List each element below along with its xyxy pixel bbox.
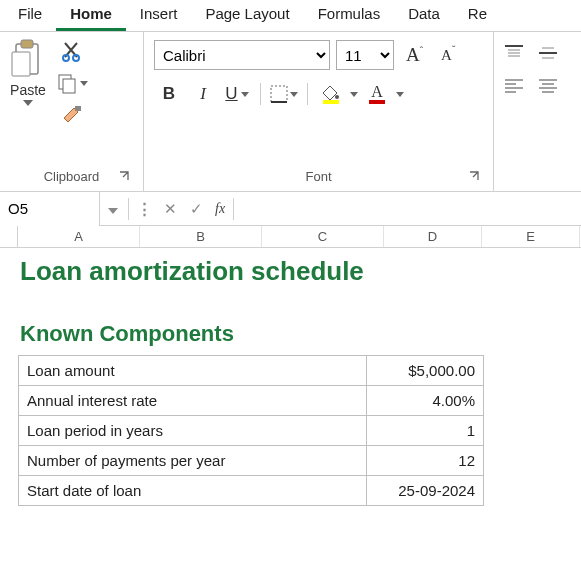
svg-rect-7 <box>75 106 81 111</box>
column-headers: A B C D E <box>0 226 581 248</box>
paste-dropdown[interactable] <box>23 100 33 106</box>
table-row[interactable]: Start date of loan25-09-2024 <box>19 476 484 506</box>
group-font: Calibri 11 Aˆ Aˇ B I U <box>144 32 494 191</box>
cell-value[interactable]: 1 <box>367 416 484 446</box>
col-header-C[interactable]: C <box>262 226 384 247</box>
select-all-corner[interactable] <box>0 226 18 247</box>
formula-bar: ⋮ ✕ ✓ fx <box>0 192 581 226</box>
font-color-dropdown[interactable] <box>396 92 404 97</box>
svg-rect-8 <box>271 86 287 102</box>
enter-formula-icon[interactable]: ✓ <box>183 200 209 218</box>
tab-page-layout[interactable]: Page Layout <box>191 0 303 31</box>
format-painter-icon[interactable] <box>56 104 88 128</box>
cell-label[interactable]: Annual interest rate <box>19 386 367 416</box>
clipboard-icon[interactable] <box>10 38 46 80</box>
group-clipboard: Paste Clipboard <box>0 32 144 191</box>
clipboard-dialog-launcher[interactable] <box>119 171 133 185</box>
font-color-button[interactable]: A <box>362 80 392 108</box>
separator <box>233 198 234 220</box>
font-size-select[interactable]: 11 <box>336 40 394 70</box>
group-label-font: Font <box>305 169 331 184</box>
borders-button[interactable] <box>269 80 299 108</box>
font-name-select[interactable]: Calibri <box>154 40 330 70</box>
namebox-dropdown[interactable] <box>100 200 126 217</box>
svg-rect-2 <box>12 52 30 76</box>
tab-data[interactable]: Data <box>394 0 454 31</box>
svg-rect-6 <box>63 79 75 93</box>
formula-dots[interactable]: ⋮ <box>131 200 157 218</box>
fill-color-button[interactable] <box>316 80 346 108</box>
col-header-B[interactable]: B <box>140 226 262 247</box>
cell-value[interactable]: $5,000.00 <box>367 356 484 386</box>
name-box[interactable] <box>0 192 100 226</box>
cell-label[interactable]: Number of payments per year <box>19 446 367 476</box>
col-header-A[interactable]: A <box>18 226 140 247</box>
formula-input[interactable] <box>236 193 581 225</box>
group-alignment <box>494 32 581 191</box>
cell-value[interactable]: 12 <box>367 446 484 476</box>
cell-label[interactable]: Start date of loan <box>19 476 367 506</box>
increase-font-size[interactable]: Aˆ <box>400 42 429 68</box>
align-middle-icon[interactable] <box>538 44 558 62</box>
svg-rect-1 <box>21 40 33 48</box>
cancel-formula-icon[interactable]: ✕ <box>157 200 183 218</box>
tab-insert[interactable]: Insert <box>126 0 192 31</box>
svg-point-4 <box>73 55 79 61</box>
decrease-font-size[interactable]: Aˇ <box>435 45 461 66</box>
align-left-icon[interactable] <box>504 78 524 94</box>
col-header-D[interactable]: D <box>384 226 482 247</box>
tab-formulas[interactable]: Formulas <box>304 0 395 31</box>
copy-icon[interactable] <box>56 72 88 94</box>
svg-point-3 <box>63 55 69 61</box>
fill-color-dropdown[interactable] <box>350 92 358 97</box>
italic-button[interactable]: I <box>188 80 218 108</box>
tab-home[interactable]: Home <box>56 0 126 31</box>
font-dialog-launcher[interactable] <box>469 171 483 185</box>
worksheet[interactable]: Loan amortization schedule Known Compone… <box>0 248 581 506</box>
section-heading: Known Components <box>18 305 581 355</box>
align-top-icon[interactable] <box>504 44 524 62</box>
ribbon-tabs: File Home Insert Page Layout Formulas Da… <box>0 0 581 32</box>
col-header-E[interactable]: E <box>482 226 580 247</box>
separator <box>128 198 129 220</box>
table-row[interactable]: Loan amount$5,000.00 <box>19 356 484 386</box>
tab-file[interactable]: File <box>4 0 56 31</box>
underline-button[interactable]: U <box>222 80 252 108</box>
cell-label[interactable]: Loan period in years <box>19 416 367 446</box>
paste-label[interactable]: Paste <box>10 82 46 98</box>
cell-label[interactable]: Loan amount <box>19 356 367 386</box>
table-row[interactable]: Annual interest rate4.00% <box>19 386 484 416</box>
cut-icon[interactable] <box>56 40 88 62</box>
known-components-table: Loan amount$5,000.00 Annual interest rat… <box>18 355 484 506</box>
ribbon: Paste Clipboard <box>0 32 581 192</box>
cell-value[interactable]: 25-09-2024 <box>367 476 484 506</box>
table-row[interactable]: Number of payments per year12 <box>19 446 484 476</box>
tab-review[interactable]: Re <box>454 0 501 31</box>
svg-point-10 <box>335 95 339 99</box>
fx-icon[interactable]: fx <box>215 201 225 217</box>
separator <box>307 83 308 105</box>
align-center-icon[interactable] <box>538 78 558 94</box>
sheet-title: Loan amortization schedule <box>18 248 581 305</box>
bold-button[interactable]: B <box>154 80 184 108</box>
table-row[interactable]: Loan period in years1 <box>19 416 484 446</box>
group-label-clipboard: Clipboard <box>44 169 100 184</box>
separator <box>260 83 261 105</box>
cell-value[interactable]: 4.00% <box>367 386 484 416</box>
